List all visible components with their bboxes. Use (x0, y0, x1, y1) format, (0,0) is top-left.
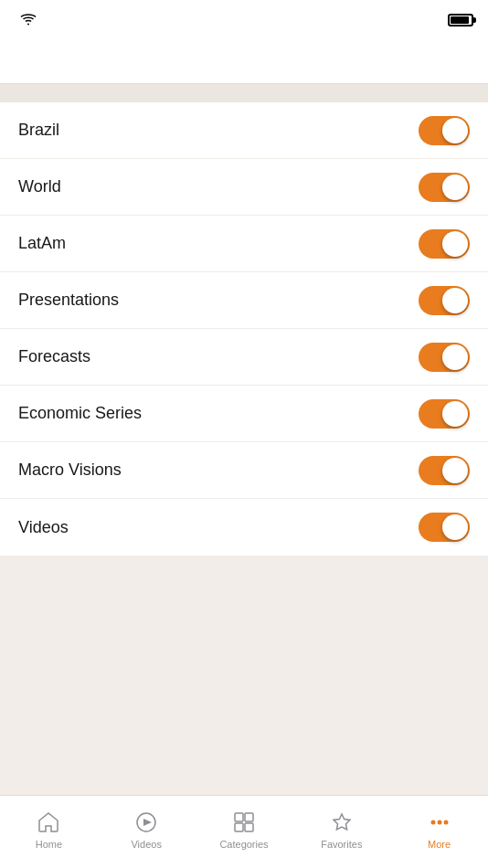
settings-row-economic-series: Economic Series (0, 386, 488, 442)
label-presentations: Presentations (18, 291, 119, 310)
toggle-macro-visions[interactable] (419, 456, 470, 485)
tab-favorites[interactable]: Favorites (292, 810, 390, 855)
svg-point-0 (27, 23, 29, 25)
toggle-knob-macro-visions (442, 458, 468, 483)
label-latam: LatAm (18, 234, 66, 253)
tab-bar: HomeVideosCategoriesFavoritesMore (0, 795, 488, 868)
svg-point-8 (437, 820, 441, 824)
favorites-icon (329, 810, 355, 835)
label-videos: Videos (18, 518, 69, 537)
toggle-knob-forecasts (442, 344, 468, 370)
settings-row-brazil: Brazil (0, 102, 488, 159)
settings-row-world: World (0, 159, 488, 216)
svg-rect-5 (235, 823, 243, 831)
tab-home[interactable]: Home (0, 810, 98, 855)
battery-icon (448, 14, 473, 26)
wifi-icon (20, 13, 37, 28)
tab-videos[interactable]: Videos (98, 810, 196, 855)
toggle-presentations[interactable] (419, 286, 470, 315)
label-world: World (18, 177, 61, 196)
svg-point-9 (443, 820, 448, 824)
label-macro-visions: Macro Visions (18, 460, 122, 480)
tab-label-more: More (428, 839, 451, 850)
svg-rect-6 (245, 823, 253, 831)
content-spacer (0, 556, 488, 795)
toggle-knob-economic-series (442, 401, 468, 427)
toggle-videos[interactable] (419, 513, 470, 542)
settings-list: BrazilWorldLatAmPresentationsForecastsEc… (0, 102, 488, 556)
svg-rect-3 (235, 813, 243, 821)
categories-icon (231, 810, 257, 835)
label-brazil: Brazil (18, 121, 59, 140)
tab-more[interactable]: More (390, 810, 488, 855)
home-icon (36, 810, 61, 835)
tab-label-favorites: Favorites (321, 839, 362, 850)
svg-marker-2 (143, 819, 152, 826)
label-economic-series: Economic Series (18, 404, 142, 423)
toggle-knob-presentations (442, 288, 468, 313)
settings-row-presentations: Presentations (0, 272, 488, 329)
toggle-knob-world (442, 175, 468, 200)
settings-row-videos: Videos (0, 499, 488, 556)
tab-label-categories: Categories (219, 839, 268, 850)
tab-categories[interactable]: Categories (196, 810, 293, 855)
svg-rect-4 (245, 813, 253, 821)
nav-header (0, 40, 488, 84)
status-carrier (15, 13, 37, 28)
status-battery (448, 14, 473, 26)
settings-row-latam: LatAm (0, 216, 488, 272)
toggle-economic-series[interactable] (419, 399, 470, 429)
more-icon (427, 810, 452, 835)
toggle-forecasts[interactable] (419, 343, 470, 372)
tab-label-videos: Videos (131, 839, 161, 850)
toggle-world[interactable] (419, 173, 470, 202)
status-bar (0, 0, 488, 40)
svg-point-7 (430, 820, 435, 824)
toggle-latam[interactable] (419, 229, 470, 259)
tab-label-home: Home (36, 839, 62, 850)
settings-row-forecasts: Forecasts (0, 329, 488, 386)
toggle-knob-latam (442, 231, 468, 257)
toggle-knob-brazil (442, 118, 468, 143)
section-header (0, 84, 488, 102)
toggle-knob-videos (442, 514, 468, 540)
label-forecasts: Forecasts (18, 347, 90, 366)
settings-row-macro-visions: Macro Visions (0, 442, 488, 499)
videos-icon (133, 810, 159, 835)
toggle-brazil[interactable] (419, 116, 470, 145)
